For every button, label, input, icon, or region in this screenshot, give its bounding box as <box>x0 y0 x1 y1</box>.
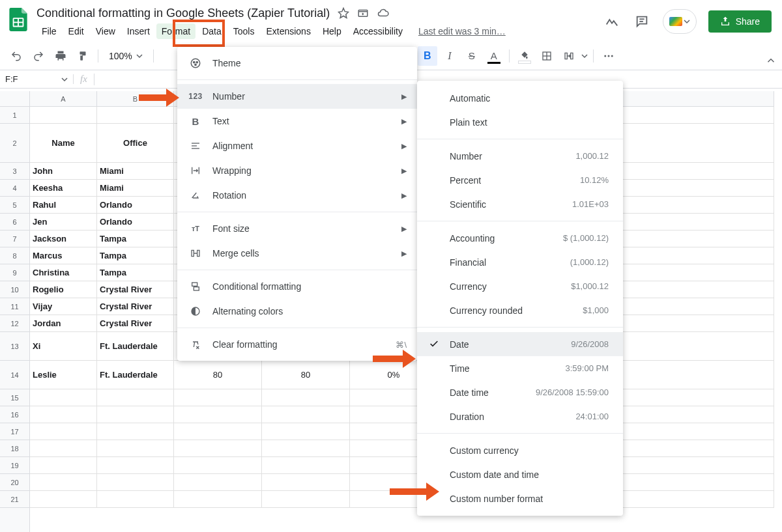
menu-alignment[interactable]: Alignment▶ <box>177 133 417 158</box>
italic-icon[interactable]: I <box>440 46 459 66</box>
col-header[interactable]: A <box>30 91 97 106</box>
comments-icon[interactable] <box>633 12 651 31</box>
menu-number-format[interactable]: Number1,000.12 <box>417 144 623 168</box>
menu-custom-number-format[interactable]: Custom number format <box>417 486 623 511</box>
cell[interactable]: Tampa <box>97 231 174 247</box>
cell[interactable] <box>262 491 350 507</box>
menu-financial[interactable]: Financial(1,000.12) <box>417 250 623 274</box>
menu-duration[interactable]: Duration24:01:00 <box>417 404 623 428</box>
menu-clear-formatting[interactable]: Clear formatting⌘\ <box>177 332 417 357</box>
menu-rotation[interactable]: Rotation▶ <box>177 183 417 208</box>
menu-theme[interactable]: Theme <box>177 51 417 76</box>
menu-date-time[interactable]: Date time9/26/2008 15:59:00 <box>417 380 623 404</box>
merge-icon[interactable] <box>559 46 579 66</box>
cell[interactable]: Rahul <box>30 197 97 213</box>
star-icon[interactable] <box>338 7 349 19</box>
cell[interactable]: Name <box>30 124 97 162</box>
merge-dropdown-icon[interactable] <box>581 53 588 59</box>
row-header[interactable]: 11 <box>0 298 29 315</box>
menu-automatic[interactable]: Automatic <box>417 86 623 110</box>
cell[interactable] <box>97 457 174 473</box>
cell[interactable]: Ft. Lauderdale <box>97 332 174 360</box>
cell[interactable] <box>262 457 350 473</box>
row-header[interactable]: 7 <box>0 231 29 247</box>
cell[interactable] <box>262 389 350 406</box>
cell[interactable]: Vijay <box>30 298 97 315</box>
cell[interactable] <box>97 389 174 406</box>
menu-date[interactable]: Date9/26/2008 <box>417 332 623 356</box>
cell[interactable]: Miami <box>97 163 174 179</box>
cell[interactable] <box>262 406 350 423</box>
bold-icon[interactable]: B <box>418 46 437 66</box>
cell[interactable]: Orlando <box>97 197 174 213</box>
paint-format-icon[interactable] <box>73 46 93 66</box>
menu-custom-currency[interactable]: Custom currency <box>417 438 623 462</box>
cell[interactable]: John <box>30 163 97 179</box>
cell[interactable] <box>174 457 262 473</box>
borders-icon[interactable] <box>537 46 557 66</box>
cell[interactable]: Jackson <box>30 231 97 247</box>
menu-merge-cells[interactable]: Merge cells▶ <box>177 241 417 266</box>
menu-custom-date-time[interactable]: Custom date and time <box>417 462 623 486</box>
menu-insert[interactable]: Insert <box>122 23 155 39</box>
sheets-logo[interactable] <box>5 7 31 33</box>
cell[interactable] <box>174 491 262 507</box>
row-header[interactable]: 4 <box>0 180 29 197</box>
cell[interactable] <box>262 423 350 440</box>
select-all-corner[interactable] <box>0 91 30 107</box>
cell[interactable]: Ft. Lauderdale <box>97 361 174 389</box>
cell[interactable] <box>174 440 262 456</box>
cell[interactable]: Crystal River <box>97 298 174 315</box>
cell[interactable] <box>30 491 97 507</box>
row-header[interactable]: 20 <box>0 474 29 491</box>
menu-text[interactable]: BText▶ <box>177 109 417 133</box>
print-icon[interactable] <box>51 46 70 66</box>
row-header[interactable]: 13 <box>0 332 29 361</box>
cell[interactable] <box>174 474 262 490</box>
cell[interactable] <box>262 474 350 490</box>
cell[interactable] <box>97 423 174 440</box>
row-header[interactable]: 5 <box>0 197 29 214</box>
menu-currency[interactable]: Currency$1,000.12 <box>417 274 623 298</box>
menu-format[interactable]: Format <box>156 23 195 39</box>
cell[interactable] <box>97 107 174 123</box>
cell[interactable]: Crystal River <box>97 281 174 298</box>
cell[interactable]: Keesha <box>30 180 97 196</box>
more-icon[interactable] <box>599 46 618 66</box>
menu-plain-text[interactable]: Plain text <box>417 110 623 134</box>
menu-percent[interactable]: Percent10.12% <box>417 168 623 192</box>
row-header[interactable]: 12 <box>0 315 29 332</box>
row-header[interactable]: 9 <box>0 264 29 281</box>
fill-color-icon[interactable] <box>515 46 534 66</box>
row-header[interactable]: 1 <box>0 107 29 124</box>
meet-button[interactable] <box>663 9 697 34</box>
cell[interactable]: Miami <box>97 180 174 196</box>
activity-icon[interactable] <box>603 12 621 31</box>
cell[interactable]: Rogelio <box>30 281 97 298</box>
menu-tools[interactable]: Tools <box>228 23 260 39</box>
document-title[interactable]: Conditional formatting in Google Sheets … <box>36 7 330 20</box>
share-button[interactable]: Share <box>708 10 772 33</box>
cell[interactable] <box>30 440 97 456</box>
cell[interactable] <box>30 474 97 490</box>
row-header[interactable]: 3 <box>0 163 29 180</box>
menu-accessibility[interactable]: Accessibility <box>348 23 408 39</box>
menu-conditional-formatting[interactable]: Conditional formatting <box>177 274 417 299</box>
cell[interactable] <box>174 423 262 440</box>
menu-scientific[interactable]: Scientific1.01E+03 <box>417 192 623 216</box>
cell[interactable]: Marcus <box>30 247 97 264</box>
text-color-icon[interactable]: A <box>484 46 504 66</box>
menu-alternating-colors[interactable]: Alternating colors <box>177 299 417 324</box>
cell[interactable]: Leslie <box>30 361 97 389</box>
row-header[interactable]: 6 <box>0 214 29 231</box>
cell[interactable]: 80 <box>262 361 350 389</box>
menu-help[interactable]: Help <box>317 23 347 39</box>
cell[interactable] <box>30 423 97 440</box>
menu-time[interactable]: Time3:59:00 PM <box>417 356 623 380</box>
cell[interactable] <box>97 474 174 490</box>
row-header[interactable]: 18 <box>0 440 29 457</box>
cell[interactable]: Xi <box>30 332 97 360</box>
cloud-icon[interactable] <box>377 7 390 19</box>
row-header[interactable]: 17 <box>0 423 29 440</box>
redo-icon[interactable] <box>29 46 48 66</box>
